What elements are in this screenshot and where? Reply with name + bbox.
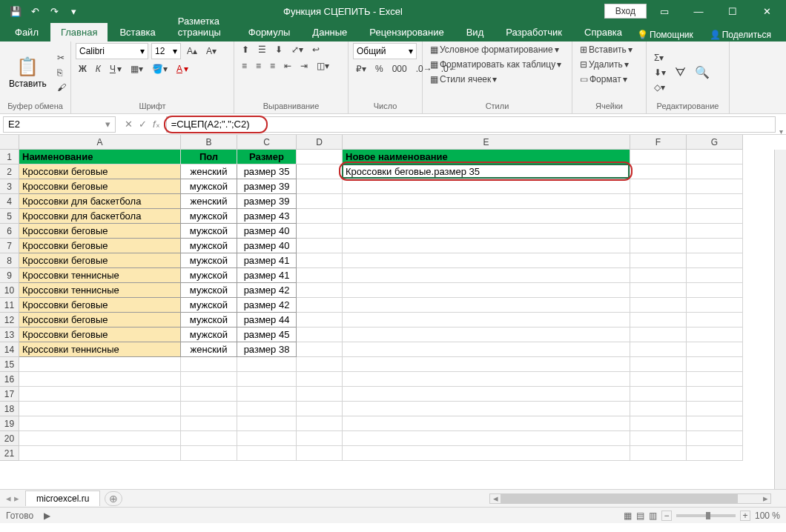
cell-B[interactable] (181, 387, 237, 402)
column-header-B[interactable]: B (181, 135, 237, 150)
row-header[interactable]: 17 (0, 387, 19, 402)
cell-G[interactable] (687, 327, 743, 342)
cell-A[interactable]: Кроссовки беговые (19, 239, 181, 253)
cell-A[interactable]: Кроссовки теннисные (19, 268, 181, 283)
cell-C[interactable]: размер 44 (237, 313, 297, 327)
cell-A[interactable] (19, 357, 181, 372)
cell-E[interactable] (343, 209, 630, 224)
cell-F[interactable] (630, 357, 687, 372)
cell-B[interactable]: Пол (181, 150, 237, 164)
minimize-icon[interactable]: — (682, 0, 715, 22)
vertical-scrollbar[interactable] (774, 150, 786, 489)
cell-C[interactable]: размер 39 (237, 194, 297, 209)
cell-A[interactable]: Кроссовки теннисные (19, 283, 181, 298)
undo-icon[interactable]: ↶ (27, 3, 43, 19)
sort-filter-icon[interactable]: ᗊ (672, 64, 689, 81)
ribbon-options-icon[interactable]: ▭ (648, 0, 681, 22)
cell-G[interactable] (687, 446, 743, 461)
row-header[interactable]: 10 (0, 283, 19, 298)
align-left-icon[interactable]: ≡ (239, 59, 250, 73)
cell-G[interactable] (687, 268, 743, 283)
select-all-corner[interactable] (0, 135, 19, 150)
cell-D[interactable] (297, 209, 343, 224)
zoom-level[interactable]: 100 % (755, 511, 780, 521)
cell-F[interactable] (630, 239, 687, 253)
row-header[interactable]: 16 (0, 372, 19, 387)
cell-G[interactable] (687, 224, 743, 239)
cell-B[interactable]: мужской (181, 253, 237, 268)
tab-file[interactable]: Файл (4, 23, 49, 41)
cell-A[interactable]: Кроссовки беговые (19, 224, 181, 239)
cell-G[interactable] (687, 431, 743, 446)
cell-E[interactable] (343, 239, 630, 253)
cell-E[interactable] (343, 327, 630, 342)
cell-D[interactable] (297, 327, 343, 342)
decrease-font-icon[interactable]: A▾ (203, 44, 219, 58)
cell-C[interactable]: размер 45 (237, 327, 297, 342)
column-header-A[interactable]: A (19, 135, 181, 150)
cell-G[interactable] (687, 194, 743, 209)
cell-B[interactable]: женский (181, 164, 237, 179)
view-page-break-icon[interactable]: ▥ (649, 511, 657, 521)
cell-C[interactable]: размер 43 (237, 209, 297, 224)
insert-function-icon[interactable]: fₓ (153, 119, 160, 130)
format-cells-button[interactable]: ▭ Формат ▾ (577, 73, 630, 86)
borders-icon[interactable]: ▦▾ (128, 62, 146, 76)
cell-F[interactable] (630, 387, 687, 402)
column-header-G[interactable]: G (687, 135, 743, 150)
row-header[interactable]: 18 (0, 402, 19, 416)
cell-D[interactable] (297, 298, 343, 313)
save-icon[interactable]: 💾 (7, 3, 24, 19)
cell-A[interactable]: Наименование (19, 150, 181, 164)
fill-icon[interactable]: ⬇▾ (651, 66, 669, 79)
increase-font-icon[interactable]: A▴ (184, 44, 200, 58)
format-as-table-button[interactable]: ▦ Форматировать как таблицу ▾ (427, 58, 564, 71)
cell-D[interactable] (297, 194, 343, 209)
cell-E[interactable] (343, 179, 630, 194)
enter-formula-icon[interactable]: ✓ (139, 119, 147, 130)
percent-icon[interactable]: % (372, 62, 386, 76)
cell-styles-button[interactable]: ▦ Стили ячеек ▾ (427, 73, 500, 86)
cell-A[interactable]: Кроссовки для баскетбола (19, 209, 181, 224)
cell-G[interactable] (687, 372, 743, 387)
cell-E[interactable] (343, 224, 630, 239)
cell-F[interactable] (630, 150, 687, 164)
cell-D[interactable] (297, 224, 343, 239)
cell-F[interactable] (630, 253, 687, 268)
cancel-formula-icon[interactable]: ✕ (125, 119, 133, 130)
align-center-icon[interactable]: ≡ (253, 59, 264, 73)
cell-A[interactable] (19, 387, 181, 402)
name-box[interactable]: E2▾ (3, 116, 116, 133)
cell-G[interactable] (687, 357, 743, 372)
cell-B[interactable]: мужской (181, 298, 237, 313)
cell-C[interactable] (237, 357, 297, 372)
cell-C[interactable] (237, 372, 297, 387)
cell-F[interactable] (630, 298, 687, 313)
cell-D[interactable] (297, 372, 343, 387)
cell-D[interactable] (297, 268, 343, 283)
cell-C[interactable]: размер 40 (237, 224, 297, 239)
merge-cells-icon[interactable]: ◫▾ (314, 59, 332, 73)
maximize-icon[interactable]: ☐ (716, 0, 749, 22)
decrease-indent-icon[interactable]: ⇤ (281, 59, 294, 73)
cell-E[interactable] (343, 387, 630, 402)
sheet-nav-next-icon[interactable]: ▸ (14, 493, 19, 504)
cell-A[interactable] (19, 372, 181, 387)
cell-G[interactable] (687, 387, 743, 402)
cell-G[interactable] (687, 402, 743, 416)
cell-D[interactable] (297, 313, 343, 327)
fill-color-icon[interactable]: 🪣▾ (149, 62, 171, 76)
font-size-combo[interactable]: 12▾ (151, 43, 181, 59)
font-color-icon[interactable]: А▾ (174, 62, 191, 76)
cell-F[interactable] (630, 313, 687, 327)
cell-A[interactable] (19, 416, 181, 431)
cell-D[interactable] (297, 402, 343, 416)
font-name-combo[interactable]: Calibri▾ (76, 43, 148, 59)
row-header[interactable]: 8 (0, 253, 19, 268)
cell-G[interactable] (687, 239, 743, 253)
cell-E[interactable] (343, 431, 630, 446)
cell-C[interactable] (237, 431, 297, 446)
cell-D[interactable] (297, 342, 343, 357)
row-header[interactable]: 12 (0, 313, 19, 327)
cell-A[interactable]: Кроссовки беговые (19, 298, 181, 313)
